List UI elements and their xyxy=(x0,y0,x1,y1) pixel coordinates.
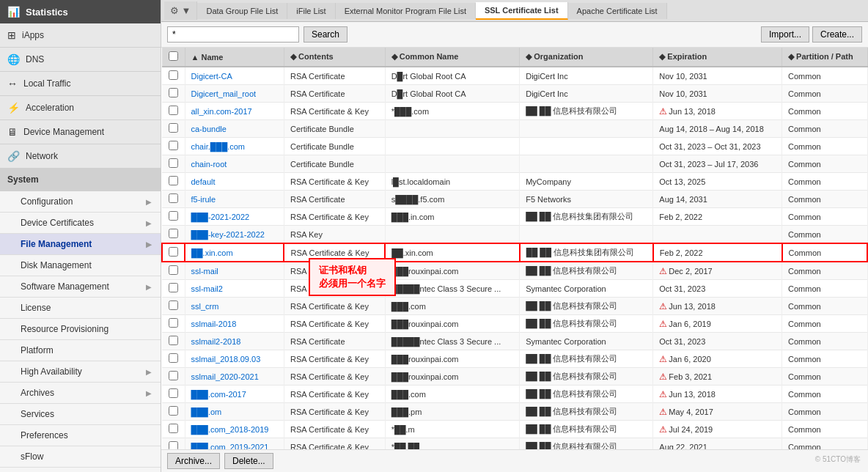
row-name-link[interactable]: sslmail2-2018 xyxy=(191,337,241,346)
row-name-link[interactable]: all_xin.com-2017 xyxy=(191,107,252,116)
row-name-link[interactable]: default xyxy=(191,177,216,186)
row-organization xyxy=(520,138,653,155)
sidebar-item-file-management[interactable]: File Management▶ xyxy=(0,234,161,255)
row-name-link[interactable]: sslmail-2018 xyxy=(191,320,237,328)
tab-apache-certificate-list[interactable]: Apache Certificate List xyxy=(568,3,667,19)
row-name-link[interactable]: Digicert-CA xyxy=(191,72,232,81)
row-name-link[interactable]: ███.com-2017 xyxy=(191,390,246,399)
row-checkbox-10[interactable] xyxy=(169,229,178,238)
row-checkbox-cell xyxy=(162,138,185,155)
row-common-name: s████.f5.com xyxy=(385,191,520,208)
row-name-link[interactable]: chain-root xyxy=(191,160,227,169)
sidebar-item-archives[interactable]: Archives▶ xyxy=(0,383,161,404)
row-checkbox-21[interactable] xyxy=(169,424,178,433)
row-checkbox-14[interactable] xyxy=(169,300,178,310)
sidebar-item-high-availability[interactable]: High Availability▶ xyxy=(0,361,161,383)
sidebar-section-network[interactable]: 🔗Network xyxy=(0,144,161,169)
row-checkbox-13[interactable] xyxy=(169,283,178,292)
row-checkbox-18[interactable] xyxy=(169,371,178,380)
sidebar-item-label: Platform xyxy=(21,345,54,355)
sidebar-item-license[interactable]: License xyxy=(0,298,161,319)
row-name-link[interactable]: sslmail_2018.09.03 xyxy=(191,355,261,364)
row-checkbox-4[interactable] xyxy=(169,123,178,133)
row-checkbox-11[interactable] xyxy=(169,247,178,257)
sidebar-item-preferences[interactable]: Preferences xyxy=(0,425,161,446)
sidebar-section-iapps[interactable]: ⊞iApps xyxy=(0,23,161,48)
sidebar-item-software-management[interactable]: Software Management▶ xyxy=(0,276,161,298)
sidebar-system-header[interactable]: System xyxy=(0,169,161,191)
create-button[interactable]: Create... xyxy=(812,26,862,43)
import-button[interactable]: Import... xyxy=(761,26,809,43)
table-row: ███.om RSA Certificate & Key ███.pm ██ █… xyxy=(162,403,867,421)
row-checkbox-cell xyxy=(162,103,185,120)
sidebar-item-resource-provisioning[interactable]: Resource Provisioning xyxy=(0,319,161,340)
warning-icon: ⚠ xyxy=(659,424,667,435)
row-contents: RSA Certificate & Key xyxy=(284,243,385,262)
row-checkbox-12[interactable] xyxy=(169,265,178,275)
table-row: Digicert_mail_root RSA Certificate D█rt … xyxy=(162,85,867,103)
row-checkbox-19[interactable] xyxy=(169,388,178,398)
sidebar-item-services[interactable]: Services xyxy=(0,404,161,425)
sidebar-section-acceleration[interactable]: ⚡Acceleration xyxy=(0,96,161,120)
tab-ifile-list[interactable]: iFile List xyxy=(287,3,335,19)
row-expiration: Aug 22, 2021 xyxy=(653,438,782,450)
row-name-link[interactable]: ssl-mail xyxy=(191,267,218,276)
arrow-icon: ▶ xyxy=(146,283,152,291)
row-name-link[interactable]: sslmail_2020-2021 xyxy=(191,372,259,381)
row-checkbox-16[interactable] xyxy=(169,336,178,345)
row-checkbox-1[interactable] xyxy=(169,70,178,80)
sidebar-item-device-certificates[interactable]: Device Certificates▶ xyxy=(0,213,161,234)
row-name-link[interactable]: ███.om xyxy=(191,408,222,416)
row-name-link[interactable]: f5-irule xyxy=(191,195,216,204)
row-name-link[interactable]: ██.xin.com xyxy=(191,248,233,257)
row-contents: RSA Certificate & Key xyxy=(284,208,385,226)
delete-button[interactable]: Delete... xyxy=(224,453,273,469)
sidebar-section-local-traffic[interactable]: ↔Local Traffic xyxy=(0,72,161,96)
row-name-link[interactable]: ssl_crm xyxy=(191,302,219,311)
sidebar-item-configuration[interactable]: Configuration▶ xyxy=(0,191,161,213)
row-name-link[interactable]: ███.com_2019-2021 xyxy=(191,443,269,450)
ssl-certificate-table: ▲ Name ◆ Contents ◆ Common Name ◆ Organi… xyxy=(161,48,868,449)
row-name-link[interactable]: chair.███.com xyxy=(191,142,246,151)
row-checkbox-5[interactable] xyxy=(169,141,178,150)
warning-icon: ⚠ xyxy=(659,301,667,311)
row-checkbox-2[interactable] xyxy=(169,88,178,97)
row-checkbox-7[interactable] xyxy=(169,176,178,185)
row-common-name: *███.com xyxy=(385,103,520,120)
archive-button[interactable]: Archive... xyxy=(167,453,220,469)
row-checkbox-15[interactable] xyxy=(169,318,178,328)
row-checkbox-22[interactable] xyxy=(169,441,178,449)
row-common-name xyxy=(385,138,520,155)
row-name-link[interactable]: ca-bundle xyxy=(191,125,227,133)
tab-ssl-certificate-list[interactable]: SSL Certificate List xyxy=(476,2,568,20)
row-checkbox-8[interactable] xyxy=(169,193,178,203)
sidebar-item-platform[interactable]: Platform xyxy=(0,340,161,361)
row-name: chain-root xyxy=(185,155,284,173)
row-checkbox-3[interactable] xyxy=(169,106,178,115)
search-input[interactable] xyxy=(167,26,299,43)
row-name-link[interactable]: ssl-mail2 xyxy=(191,284,223,293)
sidebar-item-sflow[interactable]: sFlow xyxy=(0,446,161,468)
sidebar-item-snmp[interactable]: SNMP xyxy=(0,468,161,472)
row-checkbox-17[interactable] xyxy=(169,353,178,363)
search-button[interactable]: Search xyxy=(304,26,347,43)
row-checkbox-9[interactable] xyxy=(169,211,178,221)
row-partition: Common xyxy=(782,155,867,173)
select-all-checkbox[interactable] xyxy=(169,51,178,61)
tab-settings-icon[interactable]: ⚙ ▼ xyxy=(164,1,197,20)
sidebar-section-dns[interactable]: 🌐DNS xyxy=(0,48,161,72)
row-name-link[interactable]: Digicert_mail_root xyxy=(191,89,257,98)
sidebar-item-disk-management[interactable]: Disk Management xyxy=(0,255,161,276)
tab-external-monitor-program-file-list[interactable]: External Monitor Program File List xyxy=(336,3,476,19)
row-expiration: ⚠Jun 13, 2018 xyxy=(653,103,782,120)
row-checkbox-6[interactable] xyxy=(169,158,178,168)
table-row: chair.███.com Certificate Bundle Oct 31,… xyxy=(162,138,867,155)
row-name-link[interactable]: ███-key-2021-2022 xyxy=(191,230,265,239)
row-checkbox-20[interactable] xyxy=(169,406,178,416)
row-partition: Common xyxy=(782,403,867,421)
row-organization: DigiCert Inc xyxy=(520,67,653,85)
row-name-link[interactable]: ███-2021-2022 xyxy=(191,213,250,221)
sidebar-section-device-management[interactable]: 🖥Device Management xyxy=(0,120,161,144)
tab-data-group-file-list[interactable]: Data Group File List xyxy=(197,3,287,19)
row-name-link[interactable]: ███.com_2018-2019 xyxy=(191,425,269,434)
